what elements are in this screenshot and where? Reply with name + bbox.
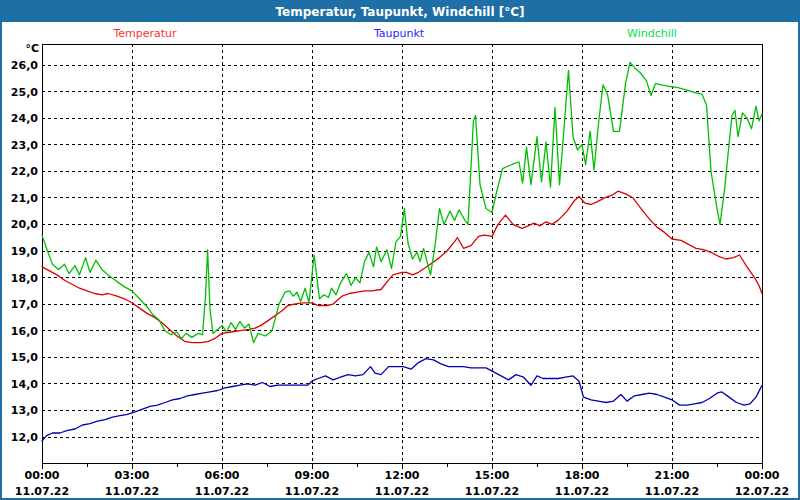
svg-text:11.07.22: 11.07.22 [465, 485, 519, 498]
svg-text:22,0: 22,0 [11, 165, 38, 178]
weather-chart-window: Temperatur, Taupunkt, Windchill [°C] Tem… [0, 0, 800, 500]
svg-text:11.07.22: 11.07.22 [105, 485, 159, 498]
svg-text:26,0: 26,0 [11, 59, 38, 72]
svg-text:11.07.22: 11.07.22 [645, 485, 699, 498]
svg-text:15,0: 15,0 [11, 351, 38, 364]
svg-text:13,0: 13,0 [11, 404, 38, 417]
svg-text:21:00: 21:00 [654, 469, 689, 482]
svg-text:24,0: 24,0 [11, 112, 38, 125]
svg-text:11.07.22: 11.07.22 [375, 485, 429, 498]
svg-text:11.07.22: 11.07.22 [285, 485, 339, 498]
svg-text:18:00: 18:00 [564, 469, 599, 482]
svg-text:00:00: 00:00 [24, 469, 59, 482]
svg-text:15:00: 15:00 [474, 469, 509, 482]
svg-text:16,0: 16,0 [11, 325, 38, 338]
svg-text:12.07.22: 12.07.22 [735, 485, 789, 498]
svg-text:12:00: 12:00 [384, 469, 419, 482]
svg-text:11.07.22: 11.07.22 [195, 485, 249, 498]
svg-text:00:00: 00:00 [744, 469, 779, 482]
svg-text:17,0: 17,0 [11, 298, 38, 311]
svg-text:19,0: 19,0 [11, 245, 38, 258]
svg-text:06:00: 06:00 [204, 469, 239, 482]
svg-text:12,0: 12,0 [11, 431, 38, 444]
svg-text:°C: °C [25, 42, 39, 55]
svg-text:09:00: 09:00 [294, 469, 329, 482]
svg-text:14,0: 14,0 [11, 378, 38, 391]
svg-text:03:00: 03:00 [114, 469, 149, 482]
svg-text:25,0: 25,0 [11, 86, 38, 99]
y-axis-labels: 26,025,024,023,022,021,020,019,018,017,0… [11, 42, 39, 444]
svg-text:11.07.22: 11.07.22 [555, 485, 609, 498]
svg-text:20,0: 20,0 [11, 218, 38, 231]
svg-text:18,0: 18,0 [11, 272, 38, 285]
x-axis-labels: 00:0011.07.2203:0011.07.2206:0011.07.220… [15, 469, 789, 498]
svg-text:11.07.22: 11.07.22 [15, 485, 69, 498]
svg-text:21,0: 21,0 [11, 192, 38, 205]
svg-text:23,0: 23,0 [11, 139, 38, 152]
chart-canvas: 26,025,024,023,022,021,020,019,018,017,0… [2, 2, 800, 500]
